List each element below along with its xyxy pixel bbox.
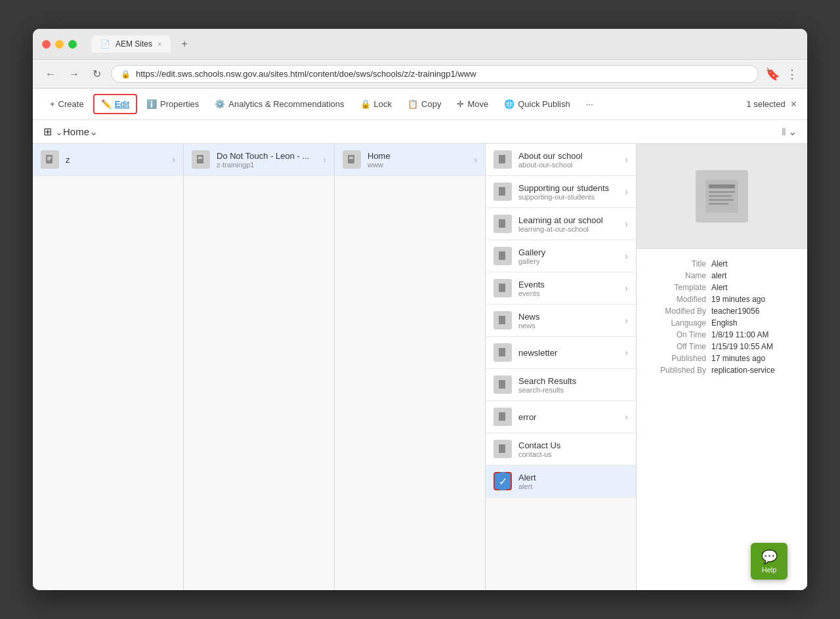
meta-title-row: Title Alert	[647, 259, 797, 268]
item-page-icon	[494, 182, 512, 201]
title-label: Title	[647, 259, 706, 268]
meta-published-by-row: Published By replication-service	[647, 366, 797, 375]
lock-icon: 🔒	[121, 70, 131, 79]
column-1: z ›	[33, 144, 184, 590]
forward-button[interactable]: →	[66, 67, 83, 81]
move-button[interactable]: ✛ Move	[450, 95, 495, 113]
list-item[interactable]: Supporting our students supporting-our-s…	[486, 176, 636, 208]
title-value: Alert	[711, 259, 797, 268]
svg-rect-4	[197, 155, 203, 163]
bookmark-icon[interactable]: 🔖	[765, 67, 780, 81]
published-label: Published	[647, 354, 706, 363]
item-chevron: ›	[474, 154, 477, 165]
published-by-value: replication-service	[711, 366, 797, 375]
item-text: Alert alert	[518, 473, 628, 490]
detail-metadata: Title Alert Name alert Template Alert	[637, 249, 807, 388]
checkmark-icon: ✓	[495, 472, 511, 490]
refresh-button[interactable]: ↻	[89, 66, 104, 81]
list-item[interactable]: Learning at our school learning-at-our-s…	[486, 208, 636, 240]
item-text: Gallery gallery	[518, 247, 618, 265]
properties-icon: ℹ️	[146, 99, 157, 109]
contact-us-item[interactable]: Contact Us contact-us	[486, 433, 636, 465]
more-button[interactable]: ···	[579, 95, 600, 113]
svg-rect-24	[709, 199, 734, 201]
help-button[interactable]: 💬 Help	[751, 543, 788, 580]
template-label: Template	[647, 283, 706, 292]
selection-info: 1 selected ×	[746, 98, 797, 110]
meta-language-row: Language English	[647, 318, 797, 328]
close-dot[interactable]	[42, 40, 51, 49]
modified-by-label: Modified By	[647, 307, 706, 316]
back-button[interactable]: ←	[42, 67, 59, 81]
help-chat-icon: 💬	[761, 549, 778, 565]
list-item[interactable]: error ›	[486, 401, 636, 433]
meta-modified-by-row: Modified By teacher19056	[647, 307, 797, 316]
svg-rect-19	[499, 444, 505, 453]
quick-publish-button[interactable]: 🌐 Quick Publish	[497, 95, 576, 113]
column-3: Home www ›	[335, 144, 486, 590]
deselect-button[interactable]: ×	[791, 98, 797, 110]
list-item[interactable]: Search Results search-results	[486, 369, 636, 401]
analytics-button[interactable]: ⚙️ Analytics & Recommendations	[208, 95, 350, 113]
lock-button[interactable]: 🔒 Lock	[354, 95, 398, 113]
svg-rect-25	[709, 203, 728, 205]
browser-tab[interactable]: 📄 AEM Sites ×	[91, 35, 171, 53]
page-thumbnail-icon	[696, 170, 748, 223]
list-item[interactable]: News news ›	[486, 305, 636, 337]
item-text: News news	[518, 312, 618, 330]
item-page-icon	[494, 279, 512, 297]
item-chevron: ›	[625, 315, 628, 326]
edit-icon: ✏️	[101, 99, 112, 109]
svg-rect-2	[47, 158, 51, 159]
meta-on-time-row: On Time 1/8/19 11:00 AM	[647, 330, 797, 339]
svg-rect-13	[499, 251, 505, 260]
create-button[interactable]: + Create	[43, 95, 91, 113]
breadcrumb-chevron: ⌄	[55, 127, 63, 137]
item-selected-icon: ✓	[494, 472, 512, 490]
item-text: Home www	[368, 151, 467, 169]
tab-close-button[interactable]: ×	[158, 40, 161, 48]
window-controls	[42, 40, 77, 49]
svg-rect-14	[499, 284, 505, 292]
menu-icon[interactable]: ⋮	[786, 67, 798, 81]
svg-rect-3	[47, 160, 50, 160]
column-header: ⊞ ⌄ Home ⌄ ⦀ ⌄	[33, 120, 807, 144]
column-view-icon: ⦀	[782, 126, 786, 138]
minimize-dot[interactable]	[55, 40, 64, 49]
list-item[interactable]: Gallery gallery ›	[486, 240, 636, 272]
meta-template-row: Template Alert	[647, 283, 797, 292]
new-tab-button[interactable]: +	[181, 38, 187, 50]
item-page-icon	[494, 375, 512, 394]
view-toggle-icon[interactable]: ⊞	[43, 125, 52, 138]
column-view-toggle[interactable]: ⦀ ⌄	[782, 125, 797, 138]
main-content: ⊞ ⌄ Home ⌄ ⦀ ⌄ z	[33, 120, 807, 590]
create-icon: +	[50, 99, 55, 109]
item-page-icon	[494, 215, 512, 233]
lock-toolbar-icon: 🔒	[360, 99, 371, 109]
browser-actions: 🔖 ⋮	[765, 67, 798, 81]
list-item[interactable]: Events events ›	[486, 272, 636, 305]
address-bar: ← → ↻ 🔒 https://edit.sws.schools.nsw.gov…	[33, 60, 807, 89]
edit-button[interactable]: ✏️ Edit	[93, 94, 137, 114]
maximize-dot[interactable]	[68, 40, 77, 49]
item-chevron: ›	[172, 154, 175, 165]
url-bar[interactable]: 🔒 https://edit.sws.schools.nsw.gov.au/si…	[111, 65, 759, 83]
copy-button[interactable]: 📋 Copy	[401, 95, 448, 113]
list-item[interactable]: Home www ›	[335, 144, 485, 176]
list-item[interactable]: newsletter ›	[486, 337, 636, 369]
svg-rect-0	[46, 155, 52, 163]
properties-button[interactable]: ℹ️ Properties	[140, 95, 205, 113]
column-view-chevron: ⌄	[788, 125, 797, 138]
list-item[interactable]: Do Not Touch - Leon - ... z-trainingp1 ›	[184, 144, 334, 176]
alert-item[interactable]: ✓ Alert alert	[486, 465, 636, 498]
list-item[interactable]: z ›	[33, 144, 183, 176]
item-chevron: ›	[625, 412, 628, 422]
columns-container: z › Do Not Touch - Leon - ... z-training…	[33, 144, 807, 590]
item-page-icon	[343, 150, 361, 169]
list-item[interactable]: About our school about-our-school ›	[486, 144, 636, 176]
item-text: Supporting our students supporting-our-s…	[518, 183, 618, 201]
item-page-icon	[494, 150, 512, 169]
item-text: About our school about-our-school	[518, 151, 618, 169]
item-chevron: ›	[625, 283, 628, 293]
modified-label: Modified	[647, 295, 706, 304]
